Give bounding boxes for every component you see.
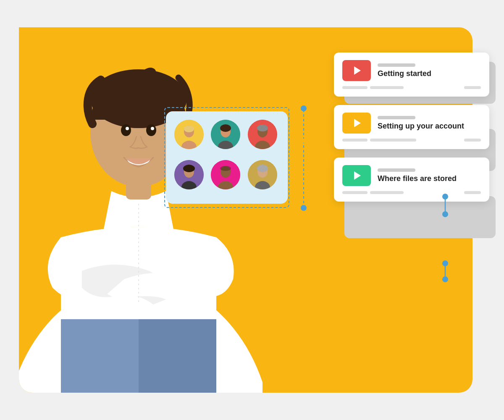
dot-between-2-3 bbox=[442, 260, 448, 266]
team-card bbox=[166, 111, 288, 204]
play-icon-2 bbox=[354, 119, 361, 127]
dot-top bbox=[301, 105, 307, 111]
svg-rect-14 bbox=[139, 319, 216, 393]
main-container: Getting started Setting up your account bbox=[32, 27, 472, 393]
svg-point-35 bbox=[220, 166, 231, 171]
avatar-6 bbox=[248, 160, 277, 189]
play-button-1[interactable] bbox=[342, 60, 371, 81]
card-title-3: Where files are stored bbox=[378, 174, 457, 183]
card-line-3a bbox=[342, 191, 368, 194]
svg-rect-13 bbox=[61, 319, 134, 393]
card-line-1c bbox=[464, 86, 481, 89]
svg-point-23 bbox=[220, 124, 231, 132]
dot-bottom-dashed bbox=[301, 205, 307, 211]
dot-between-2-3b bbox=[442, 276, 448, 282]
card-line-1a bbox=[342, 86, 368, 89]
video-cards-column: Getting started Setting up your account bbox=[334, 52, 489, 210]
card-line-2a bbox=[342, 139, 368, 142]
avatar-1 bbox=[174, 120, 204, 149]
card-meta-1 bbox=[378, 63, 415, 67]
svg-point-9 bbox=[146, 124, 156, 136]
video-card-3[interactable]: Where files are stored bbox=[334, 158, 489, 202]
video-card-1[interactable]: Getting started bbox=[334, 52, 489, 97]
person-image bbox=[19, 27, 262, 393]
svg-point-10 bbox=[126, 127, 129, 130]
avatar-3 bbox=[248, 120, 277, 149]
card-line-1b bbox=[370, 86, 404, 89]
svg-point-19 bbox=[184, 126, 194, 132]
avatar-5 bbox=[211, 160, 240, 189]
card-line-3c bbox=[464, 191, 481, 194]
svg-point-8 bbox=[121, 124, 131, 136]
svg-point-39 bbox=[257, 165, 268, 172]
svg-point-11 bbox=[151, 127, 154, 130]
play-button-2[interactable] bbox=[342, 113, 371, 134]
avatar-4 bbox=[174, 160, 204, 189]
svg-point-27 bbox=[257, 125, 268, 131]
card-meta-3 bbox=[378, 168, 415, 172]
play-button-3[interactable] bbox=[342, 165, 371, 186]
card-line-2b bbox=[370, 139, 416, 142]
svg-point-31 bbox=[183, 165, 195, 172]
video-card-2[interactable]: Setting up your account bbox=[334, 105, 489, 149]
card-line-2c bbox=[464, 139, 481, 142]
card-meta-2 bbox=[378, 116, 415, 119]
avatar-2 bbox=[211, 120, 240, 149]
play-icon-3 bbox=[354, 171, 361, 180]
card-line-3b bbox=[370, 191, 404, 194]
card-title-2: Setting up your account bbox=[378, 122, 464, 131]
play-icon-1 bbox=[354, 66, 361, 75]
card-title-1: Getting started bbox=[378, 69, 431, 78]
